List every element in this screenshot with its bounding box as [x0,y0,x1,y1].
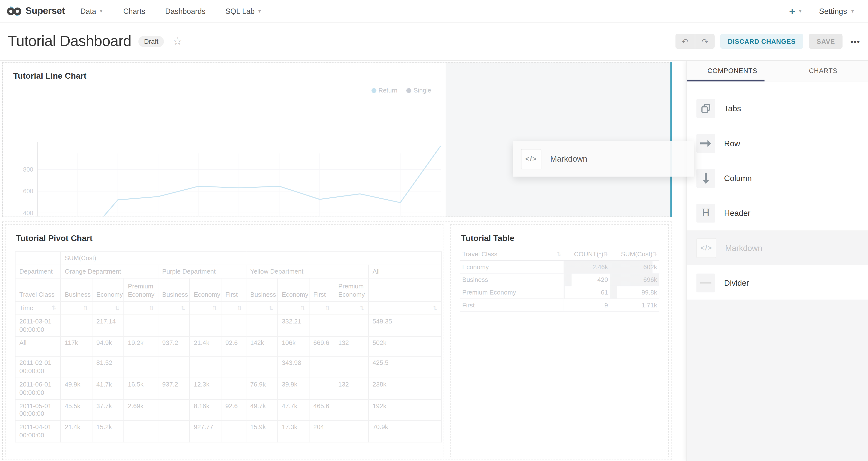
pivot-value-cell: 94.9k [92,336,124,356]
pivot-sort-cell[interactable]: ⇅ [92,302,124,315]
pivot-value-cell: 937.2 [158,336,190,356]
nav-item-sql-lab[interactable]: SQL Lab▼ [225,7,262,15]
pivot-sort-cell[interactable]: ⇅ [124,302,158,315]
pivot-time-header[interactable]: Time⇅ [15,302,61,315]
redo-button[interactable]: ↷ [695,34,715,49]
pivot-value-cell: 204 [309,421,334,442]
pivot-sort-cell[interactable]: ⇅ [309,302,334,315]
header-icon: H [696,204,715,222]
pivot-sort-cell[interactable]: ⇅ [368,302,441,315]
header-actions: ↶ ↷ DISCARD CHANGES SAVE ••• [675,34,860,49]
pivot-value-cell [334,315,368,336]
pivot-sort-cell[interactable]: ⇅ [61,302,92,315]
more-options-button[interactable]: ••• [850,37,860,45]
tab-components[interactable]: COMPONENTS [687,61,778,81]
component-list: TabsRowColumnHHeader</>MarkdownDivider [687,81,868,300]
plus-icon: + [789,6,795,16]
pivot-value-cell: 16.5k [124,378,158,399]
pivot-sort-cell[interactable]: ⇅ [221,302,246,315]
pivot-value-cell: 132 [334,378,368,399]
pivot-data-row: 2011-02-01 00:00:0081.52343.98425.5 [15,356,442,377]
nav-item-charts[interactable]: Charts [123,7,145,15]
markdown-icon: </> [521,149,541,169]
legend-label: Single [413,87,431,93]
pivot-value-cell: 8.16k [190,399,221,421]
chart-title: Tutorial Table [461,233,515,243]
legend-dot-icon [406,88,411,93]
pivot-value-cell: 2.69k [124,399,158,421]
pivot-department-row: DepartmentOrange DepartmentPurple Depart… [15,265,442,278]
table-chart-card[interactable]: Tutorial Table Travel Class ⇅COUNT(*) ⇅S… [450,224,669,457]
pivot-value-cell: 45.5k [61,399,92,421]
pivot-metric-cell: SUM(Cost) [61,252,441,265]
pivot-value-cell: 92.6 [221,399,246,421]
pivot-chart-card[interactable]: Tutorial Pivot Chart SUM(Cost)Department… [5,224,443,457]
pivot-value-cell [158,315,190,336]
chevron-down-icon: ▼ [257,8,262,13]
component-item-row[interactable]: Row [687,126,868,160]
pivot-rowdim-label: Travel Class [15,278,61,302]
component-item-header[interactable]: HHeader [687,195,868,230]
discard-changes-button[interactable]: DISCARD CHANGES [720,34,803,49]
pivot-value-cell: 669.6 [309,336,334,356]
favorite-star-icon[interactable]: ☆ [173,35,182,48]
pivot-row-time: 2011-06-01 00:00:00 [15,378,61,399]
pivot-sort-cell[interactable]: ⇅ [334,302,368,315]
pivot-group-orange-department: Orange Department [61,265,158,278]
pivot-value-cell: 21.4k [61,421,92,442]
column-header-label: COUNT(*) [574,251,603,257]
save-button[interactable]: SAVE [809,34,843,49]
new-item-button[interactable]: + ▼ [789,6,803,16]
tab-charts[interactable]: CHARTS [778,61,868,81]
nav-item-dashboards[interactable]: Dashboards [165,7,206,15]
pivot-data-row: 2011-05-01 00:00:0045.5k37.7k2.69k8.16k9… [15,399,442,421]
cell-value: 2.46k [564,260,610,273]
pivot-sort-cell[interactable]: ⇅ [158,302,190,315]
pivot-metric-row: SUM(Cost) [15,252,442,265]
undo-redo-group: ↶ ↷ [675,34,715,49]
sort-icon: ⇅ [84,305,88,312]
pivot-class-cell: Premium Economy [334,278,368,302]
column-header-sum-cost-[interactable]: SUM(Cost) ⇅ [610,248,659,260]
pivot-value-cell: 343.98 [278,356,309,377]
component-item-tabs[interactable]: Tabs [687,91,868,126]
pivot-value-cell [190,356,221,377]
pivot-value-cell [221,378,246,399]
superset-logo[interactable]: Superset [6,4,65,19]
settings-menu[interactable]: Settings ▼ [819,7,855,16]
legend-item-single[interactable]: Single [406,87,431,93]
active-tab-underline [687,80,764,82]
nav-right: + ▼ Settings ▼ [789,6,868,16]
pivot-value-cell: 217.14 [92,315,124,336]
undo-button[interactable]: ↶ [675,34,695,49]
code-glyph: </> [525,155,537,163]
row-empty-area[interactable] [445,63,671,216]
pivot-data-row: 2011-04-01 00:00:0021.4k15.2k927.7715.9k… [15,421,442,442]
drag-ghost-markdown: </> Markdown [513,141,694,177]
pivot-sort-cell[interactable]: ⇅ [190,302,221,315]
chevron-down-icon: ▼ [99,8,103,13]
legend-item-return[interactable]: Return [371,87,397,93]
cell-travel-class: Premium Economy [460,286,564,299]
pivot-sort-cell[interactable]: ⇅ [246,302,278,315]
component-item-column[interactable]: Column [687,161,868,195]
pivot-row-time: 2011-02-01 00:00:00 [15,356,61,377]
column-header-travel-class[interactable]: Travel Class ⇅ [460,248,564,260]
pivot-group-all: All [368,265,441,278]
nav-item-data[interactable]: Data▼ [80,7,103,15]
component-item-markdown[interactable]: </>Markdown [687,230,868,265]
pivot-value-cell [61,356,92,377]
component-item-label: Divider [724,278,749,287]
line-chart-card[interactable]: Tutorial Line Chart ReturnSingle Februar… [3,63,445,216]
panel-empty-area [687,300,868,461]
pivot-value-cell: 21.4k [190,336,221,356]
column-header-label: Travel Class [462,251,497,257]
pivot-table: SUM(Cost)DepartmentOrange DepartmentPurp… [15,251,442,442]
table-row: First91.71k [460,299,659,311]
nav-item-label: SQL Lab [225,7,254,15]
page-title: Tutorial Dashboard [8,33,131,50]
component-item-divider[interactable]: Divider [687,265,868,300]
pivot-sort-cell[interactable]: ⇅ [278,302,309,315]
status-badge: Draft [138,36,164,47]
column-header-count-[interactable]: COUNT(*) ⇅ [564,248,610,260]
